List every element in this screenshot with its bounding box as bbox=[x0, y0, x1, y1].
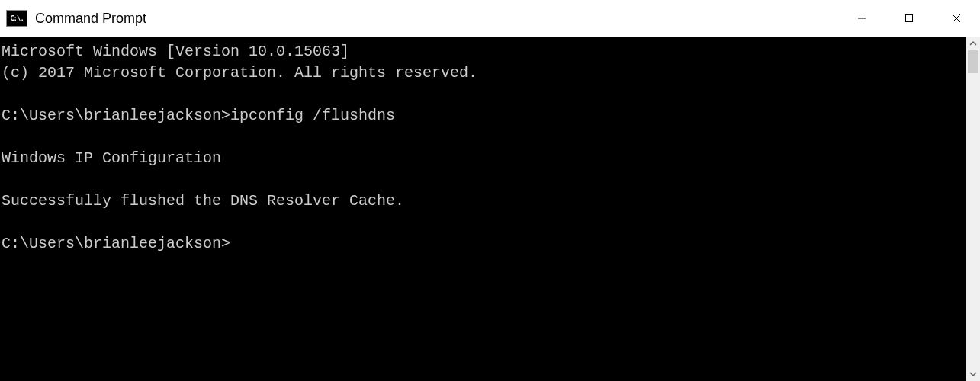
cmd-app-icon: C:\. bbox=[6, 10, 27, 27]
chevron-down-icon bbox=[969, 370, 977, 378]
scroll-up-arrow[interactable] bbox=[966, 37, 980, 50]
window-title: Command Prompt bbox=[35, 11, 838, 27]
terminal-area: Microsoft Windows [Version 10.0.15063] (… bbox=[0, 37, 980, 381]
minimize-icon bbox=[857, 14, 866, 23]
titlebar[interactable]: C:\. Command Prompt bbox=[0, 0, 980, 37]
window-controls bbox=[838, 0, 980, 37]
scroll-track[interactable] bbox=[966, 50, 980, 367]
scroll-down-arrow[interactable] bbox=[966, 367, 980, 381]
maximize-button[interactable] bbox=[885, 0, 933, 37]
maximize-icon bbox=[904, 14, 914, 23]
minimize-button[interactable] bbox=[838, 0, 885, 37]
vertical-scrollbar[interactable] bbox=[966, 37, 980, 381]
close-button[interactable] bbox=[933, 0, 980, 37]
chevron-up-icon bbox=[969, 40, 977, 47]
scroll-thumb[interactable] bbox=[968, 50, 978, 73]
svg-rect-1 bbox=[906, 15, 913, 22]
terminal-output[interactable]: Microsoft Windows [Version 10.0.15063] (… bbox=[0, 37, 966, 381]
close-icon bbox=[952, 14, 961, 23]
